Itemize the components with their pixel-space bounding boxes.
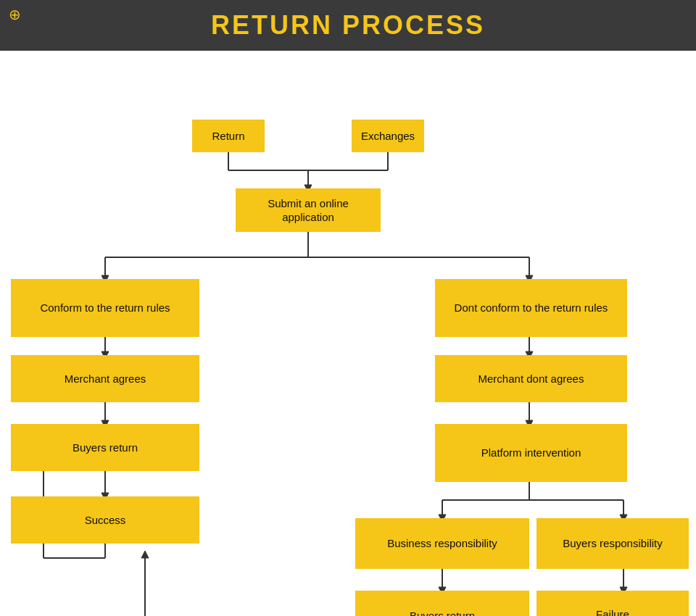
dont-conform-box: Dont conform to the return rules	[435, 279, 627, 337]
buyers-return-right-box: Buyers return	[355, 591, 529, 616]
page-header: ⊕ RETURN PROCESS	[0, 0, 696, 51]
buyers-return-left-box: Buyers return	[11, 424, 199, 471]
conform-box: Conform to the return rules	[11, 279, 199, 337]
platform-box: Platform intervention	[435, 424, 627, 482]
crosshair-icon: ⊕	[9, 6, 21, 23]
buyers-resp-box: Buyers responsibility	[536, 518, 689, 569]
exchanges-box: Exchanges	[352, 120, 424, 152]
page-title: RETURN PROCESS	[211, 10, 485, 41]
svg-marker-38	[141, 551, 149, 558]
return-box: Return	[192, 120, 265, 152]
submit-box: Submit an online application	[236, 188, 381, 232]
diagram-area: Return Exchanges Submit an online applic…	[0, 51, 696, 616]
failure-box: Failure	[536, 591, 689, 616]
success-box: Success	[11, 496, 199, 544]
merchant-dont-box: Merchant dont agrees	[435, 355, 627, 402]
merchant-agrees-box: Merchant agrees	[11, 355, 199, 402]
business-resp-box: Business responsibility	[355, 518, 529, 569]
